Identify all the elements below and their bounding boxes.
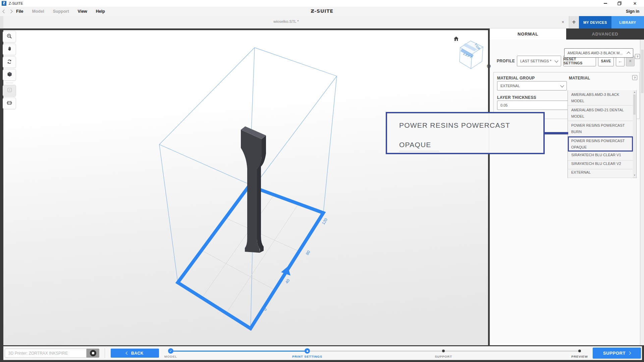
menu-view[interactable]: View <box>78 9 87 14</box>
magnifier-line2: OPAQUE <box>399 141 431 149</box>
profile-label: PROFILE <box>497 59 515 63</box>
support-next-label: SUPPORT <box>603 351 626 356</box>
home-icon[interactable] <box>454 37 459 41</box>
rotate-view-icon <box>6 59 12 66</box>
profile-select-value: LAST SETTINGS * <box>520 59 551 63</box>
step-dot-3[interactable] <box>578 350 581 352</box>
sign-in-link[interactable]: Sign in <box>626 9 639 14</box>
material-option-external[interactable]: EXTERNAL <box>568 169 633 178</box>
view-cube-mode-button[interactable] <box>3 69 16 81</box>
menu-file[interactable]: File <box>16 9 23 14</box>
layer-thickness-label: LAYER THICKNESS <box>497 95 536 100</box>
zoom-in-icon <box>6 33 12 41</box>
panel-body: PROFILE LAST SETTINGS * RESET SETTINGS S… <box>490 40 640 345</box>
center-point-icon <box>7 87 12 94</box>
file-tab-close-icon[interactable]: × <box>561 19 564 25</box>
view-cube-mode-icon <box>7 71 12 78</box>
profile-select[interactable]: LAST SETTINGS * <box>517 56 561 66</box>
scroll-up-icon[interactable]: ▲ <box>633 90 637 94</box>
profile-help-icon[interactable]: ? <box>635 54 640 59</box>
magnifier-tooltip: POWER RESINS POWERCAST OPAQUE <box>386 112 545 154</box>
scroll-down-icon[interactable]: ▼ <box>633 173 637 177</box>
material-group-select[interactable]: EXTERNAL <box>497 81 567 90</box>
step-label-model: MODEL <box>164 355 177 358</box>
progress-stepper: ✓MODELPRINT SETTINGSSUPPORTPREVIEW <box>3 346 642 360</box>
material-option-sirayatech-blu-clear-v2[interactable]: SIRAYATECH BLU CLEAR V2 <box>568 161 633 169</box>
brand-logo: Ƶ-SUITE <box>311 8 333 14</box>
build-plate-icon <box>6 100 12 107</box>
step-label-print-settings: PRINT SETTINGS <box>292 355 322 358</box>
step-label-support: SUPPORT <box>435 355 452 358</box>
pan-hand-icon <box>7 46 12 53</box>
menu-items: FileModelSupportViewHelp <box>16 7 105 16</box>
material-label: MATERIAL <box>569 76 590 80</box>
step-dot-1[interactable] <box>305 348 310 354</box>
menu-support: Support <box>53 9 69 14</box>
bottom-bar: BACK ✓MODELPRINT SETTINGSSUPPORTPREVIEW … <box>3 346 642 360</box>
nav-forward-icon[interactable] <box>9 9 12 13</box>
material-group-value: EXTERNAL <box>500 84 520 88</box>
pan-hand-button[interactable] <box>3 44 16 55</box>
step-label-preview: PREVIEW <box>571 355 588 358</box>
title-bar: Ƶ Z-SUITE ✕ <box>0 0 644 7</box>
panel-tabs: NORMAL ADVANCED <box>490 28 644 40</box>
magnifier-connector-line <box>543 132 568 134</box>
material-combobox-value: AMERALABS AMD-3 BLACK M... <box>568 51 623 55</box>
material-option-ameralabs-amd-3-black-model[interactable]: AMERALABS AMD-3 BLACKMODEL <box>568 90 633 106</box>
close-icon[interactable]: ✕ <box>629 0 641 7</box>
material-dropdown-list: ▲ ▼ AMERALABS AMD-3 BLACKMODELAMERALABS … <box>568 90 637 178</box>
step-line-done <box>171 351 307 352</box>
zoom-in-button[interactable] <box>3 31 16 43</box>
svg-text:120: 120 <box>321 217 329 226</box>
axis-labels: 120 80 40 0 <box>263 217 329 312</box>
tab-normal[interactable]: NORMAL <box>490 28 566 40</box>
add-tab-button[interactable]: + <box>570 16 578 28</box>
material-option-power-resins-powercast-burn[interactable]: POWER RESINS POWERCASTBURN <box>568 121 633 136</box>
rotate-view-button[interactable] <box>3 56 16 68</box>
library-button[interactable]: LIBRARY <box>611 16 644 28</box>
material-option-power-resins-powercast-opaque[interactable]: POWER RESINS POWERCASTOPAQUE <box>568 136 633 152</box>
file-tab-label: wioselko.STL * <box>3 19 569 23</box>
file-tab[interactable]: wioselko.STL * × <box>3 16 569 28</box>
panel-scrollbar[interactable] <box>640 40 644 345</box>
magnifier-line1: POWER RESINS POWERCAST <box>399 121 510 129</box>
minimize-icon[interactable] <box>600 0 611 7</box>
menu-bar: FileModelSupportViewHelp Ƶ-SUITE Sign in <box>0 7 644 16</box>
build-plate-button[interactable] <box>3 98 16 109</box>
tab-bar: wioselko.STL * × + MY DEVICES LIBRARY <box>0 16 644 28</box>
window-title: Z-SUITE <box>9 1 23 5</box>
app-logo-icon: Ƶ <box>2 1 6 6</box>
magnifier-underline <box>399 151 439 152</box>
material-combobox[interactable]: AMERALABS AMD-3 BLACK M... <box>564 48 633 58</box>
menu-help[interactable]: Help <box>96 9 105 14</box>
nav-back-icon[interactable] <box>2 9 6 13</box>
support-next-button[interactable]: SUPPORT <box>593 348 641 359</box>
viewport-toolbar <box>3 31 16 109</box>
view-cube-widget: TOP LEFT ⚙ <box>446 34 493 74</box>
scroll-thumb[interactable] <box>633 95 636 115</box>
menu-model: Model <box>32 9 44 14</box>
print-settings-panel: NORMAL ADVANCED PROFILE LAST SETTINGS * … <box>490 28 644 345</box>
step-dot-2[interactable] <box>442 350 445 352</box>
layer-thickness-value: 0.05 <box>500 103 507 107</box>
material-help-icon[interactable]: ? <box>632 75 637 80</box>
toolbar-divider <box>3 82 16 84</box>
tab-advanced[interactable]: ADVANCED <box>566 28 644 40</box>
center-point-button <box>3 85 16 97</box>
material-option-sirayatech-blu-clear-v1[interactable]: SIRAYATECH BLU CLEAR V1 <box>568 152 633 161</box>
viewport-3d[interactable]: 120 80 40 0 <box>3 30 488 345</box>
build-volume-scene: 120 80 40 0 <box>3 30 488 345</box>
step-dot-0[interactable]: ✓ <box>168 348 173 354</box>
svg-text:40: 40 <box>284 278 291 285</box>
material-group-label: MATERIAL GROUP <box>497 76 535 80</box>
view-settings-gear-icon[interactable]: ⚙ <box>486 63 491 69</box>
my-devices-button[interactable]: MY DEVICES <box>579 16 611 28</box>
svg-text:80: 80 <box>305 250 311 256</box>
material-option-ameralabs-dmd-21-dental-model[interactable]: AMERALABS DMD-21 DENTALMODEL <box>568 106 633 121</box>
restore-icon[interactable] <box>614 0 625 7</box>
